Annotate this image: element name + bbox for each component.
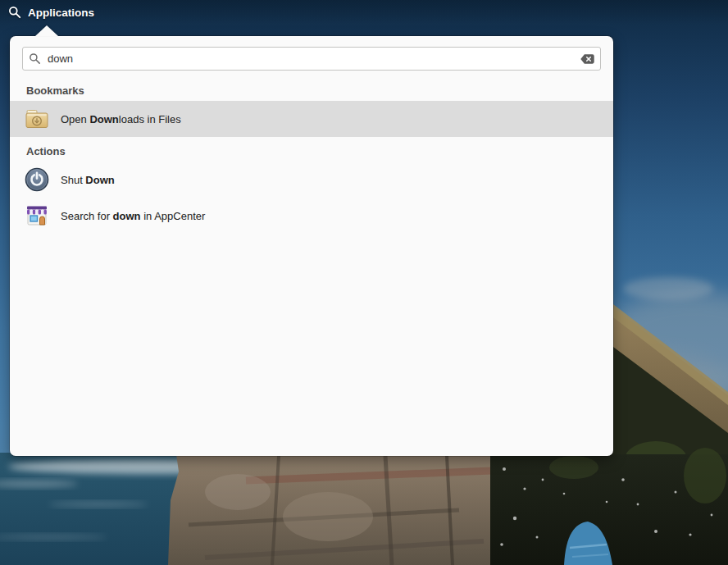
applications-label: Applications	[28, 7, 94, 19]
action-label-match: Down	[85, 174, 114, 186]
action-label: Shut Down	[61, 174, 115, 186]
action-label-pre: Shut	[61, 174, 85, 186]
search-field[interactable]	[22, 47, 601, 71]
action-label: Search for down in AppCenter	[61, 210, 205, 222]
clear-icon[interactable]	[580, 54, 594, 64]
section-header-bookmarks: Bookmarks	[10, 84, 613, 97]
section-header-actions: Actions	[10, 145, 613, 157]
action-label-pre: Search for	[61, 210, 113, 222]
folder-download-icon	[24, 106, 50, 132]
result-label: Open Downloads in Files	[61, 113, 181, 125]
action-shut-down[interactable]: Shut Down	[10, 162, 613, 198]
search-input[interactable]	[22, 47, 601, 71]
search-icon	[8, 6, 21, 19]
result-label-pre: Open	[61, 113, 89, 125]
system-shutdown-icon	[24, 166, 50, 193]
applications-popover: Bookmarks Open Downloads in Files Action…	[10, 36, 613, 456]
appcenter-icon	[24, 203, 50, 229]
action-search-appcenter[interactable]: Search for down in AppCenter	[10, 198, 613, 234]
action-label-match: down	[113, 210, 141, 222]
action-label-post: in AppCenter	[141, 210, 206, 222]
wallpaper-cliff-dark	[490, 448, 728, 565]
result-open-downloads[interactable]: Open Downloads in Files	[10, 101, 613, 137]
applications-menu-button[interactable]: Applications	[8, 6, 94, 19]
popover-tail	[35, 25, 58, 36]
search-icon	[29, 52, 41, 65]
top-panel: Applications	[0, 0, 728, 25]
wallpaper-cliff-middle	[168, 454, 508, 565]
result-label-post: loads in Files	[119, 113, 181, 125]
result-label-match: Down	[89, 113, 118, 125]
